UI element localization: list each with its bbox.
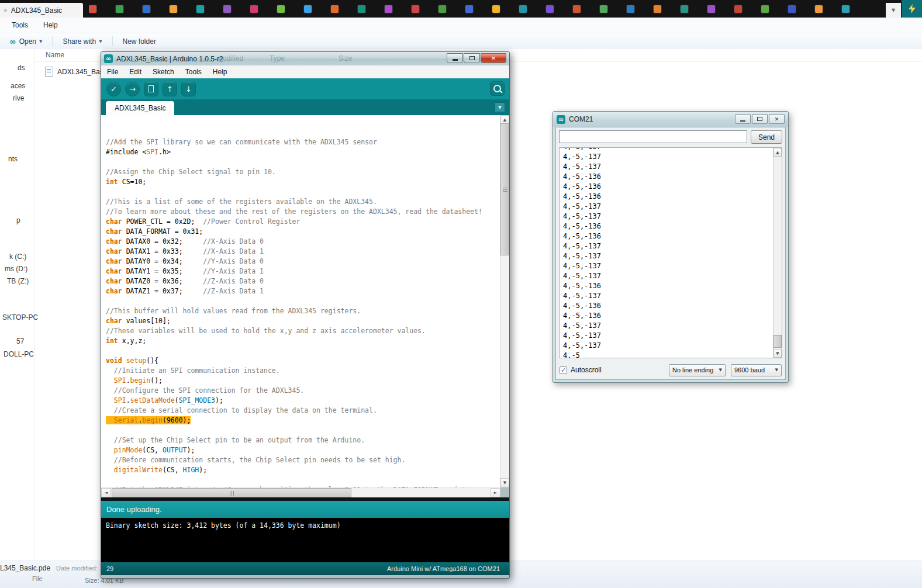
sidebar-item[interactable]: k (C:) — [9, 253, 26, 261]
bookmark-favicon[interactable] — [277, 5, 285, 13]
minimize-button[interactable] — [447, 53, 463, 63]
horizontal-scroll-thumb[interactable] — [112, 488, 351, 497]
minimize-button[interactable] — [735, 114, 751, 124]
new-folder-button[interactable]: New folder — [118, 35, 161, 48]
code-editor[interactable]: //Add the SPI library so we can communic… — [101, 115, 500, 487]
open-sketch-button[interactable]: ↑ — [163, 82, 177, 96]
baud-rate-select[interactable]: 9600 baud ▼ — [731, 364, 782, 376]
date-modified-label: Date modified: — [56, 565, 98, 572]
editor-vertical-scrollbar[interactable]: ▲ ▼ — [500, 115, 509, 487]
sidebar-item[interactable]: DOLL-PC — [4, 350, 34, 358]
bookmark-favicon[interactable] — [89, 5, 96, 13]
maximize-button[interactable] — [464, 53, 480, 63]
maximize-button[interactable] — [752, 114, 768, 124]
sidebar-item[interactable]: SKTOP-PC — [2, 313, 38, 321]
bookmark-favicon[interactable] — [116, 5, 123, 13]
serial-monitor-button[interactable] — [490, 81, 505, 96]
code-line: //Set up the Chip Select pin to be an ou… — [106, 435, 500, 445]
bookmark-favicon[interactable] — [519, 5, 527, 13]
file-list-item[interactable]: ADXL345_Basic — [45, 67, 108, 77]
arduino-titlebar[interactable]: ∞ ADXL345_Basic | Arduino 1.0.5-r2 modif… — [101, 52, 509, 65]
line-ending-select[interactable]: No line ending ▼ — [669, 364, 726, 376]
close-button[interactable]: ✕ — [769, 114, 785, 124]
flash-icon[interactable] — [902, 0, 922, 18]
sidebar-item[interactable]: nts — [8, 155, 18, 163]
chevron-down-icon: ▼ — [99, 39, 102, 44]
code-line: //To learn more about these and the rest… — [106, 207, 500, 217]
new-sketch-button[interactable] — [144, 82, 158, 96]
bookmark-favicon[interactable] — [331, 5, 339, 13]
bookmark-favicon[interactable] — [250, 5, 258, 13]
serial-scrollbar[interactable]: ▲ ▼ — [773, 148, 782, 358]
bookmark-favicon[interactable] — [842, 5, 850, 13]
code-line: char DATAX1 = 0x33; //X-Axis Data 1 — [106, 247, 500, 257]
scroll-down-arrow[interactable]: ▼ — [773, 349, 782, 358]
bookmark-favicon[interactable] — [707, 5, 715, 13]
sidebar-item[interactable]: TB (Z:) — [7, 277, 29, 285]
save-sketch-button[interactable]: ↓ — [181, 82, 196, 96]
bookmark-favicon[interactable] — [465, 5, 473, 13]
bookmark-favicon[interactable] — [196, 5, 204, 13]
sidebar-item[interactable]: aces — [11, 82, 25, 90]
scroll-down-arrow[interactable]: ▼ — [500, 478, 509, 487]
upload-button[interactable]: → — [125, 82, 140, 96]
scroll-right-arrow[interactable]: ► — [491, 488, 500, 497]
editor-horizontal-scrollbar[interactable]: ◄ ► — [101, 487, 500, 497]
serial-monitor-window: ∞ COM21 ✕ Send 4,-5,-1374,-5,-1374,-5,-1… — [552, 111, 789, 383]
code-line: //Initiate an SPI communication instance… — [106, 366, 500, 376]
vertical-scroll-thumb[interactable] — [500, 123, 509, 255]
bookmark-favicon[interactable] — [385, 5, 392, 13]
bookmark-favicon[interactable] — [627, 5, 634, 13]
tab-dropdown-button[interactable]: ▼ — [886, 3, 901, 18]
menu-help[interactable]: Help — [43, 21, 58, 29]
serial-scroll-thumb[interactable] — [773, 335, 782, 348]
menu-tools[interactable]: Tools — [185, 68, 202, 76]
sidebar-item[interactable]: p — [16, 216, 20, 224]
bookmark-favicon[interactable] — [654, 5, 661, 13]
bookmark-favicon[interactable] — [600, 5, 607, 13]
bookmark-favicon[interactable] — [358, 5, 365, 13]
send-button[interactable]: Send — [751, 130, 782, 144]
code-line: //This is a list of some of the register… — [106, 197, 500, 207]
sidebar-item[interactable]: ms (D:) — [5, 265, 27, 273]
bookmark-favicon[interactable] — [573, 5, 581, 13]
verify-button[interactable]: ✓ — [106, 82, 121, 96]
bookmark-favicon[interactable] — [438, 5, 446, 13]
bookmark-favicon[interactable] — [492, 5, 500, 13]
code-line: char POWER_CTL = 0x2D; //Power Control R… — [106, 217, 500, 227]
browser-tab[interactable]: » ADXL345_Basic — [0, 3, 83, 18]
open-button[interactable]: ∞ Open ▼ — [5, 35, 47, 48]
scroll-left-arrow[interactable]: ◄ — [101, 488, 111, 497]
bookmark-favicon[interactable] — [761, 5, 769, 13]
scroll-up-arrow[interactable]: ▲ — [773, 148, 782, 157]
sidebar-item[interactable]: ds — [18, 64, 25, 72]
menu-tools[interactable]: Tools — [12, 21, 28, 29]
bookmark-favicon[interactable] — [170, 5, 177, 13]
bookmark-favicon[interactable] — [815, 5, 823, 13]
menu-sketch[interactable]: Sketch — [153, 68, 174, 76]
menu-help[interactable]: Help — [213, 68, 227, 76]
bookmark-favicon[interactable] — [223, 5, 231, 13]
menu-file[interactable]: File — [107, 68, 118, 76]
sidebar-item[interactable]: rive — [13, 94, 24, 102]
window-controls: ✕ — [735, 114, 785, 124]
bookmark-favicon[interactable] — [143, 5, 150, 13]
bookmark-favicon[interactable] — [304, 5, 312, 13]
bookmark-favicon[interactable] — [788, 5, 796, 13]
menu-edit[interactable]: Edit — [129, 68, 141, 76]
autoscroll-checkbox[interactable]: ✓ — [560, 366, 567, 374]
column-header-name[interactable]: Name — [46, 51, 64, 59]
bookmark-favicon[interactable] — [734, 5, 742, 13]
serial-input[interactable] — [559, 130, 747, 143]
serial-output[interactable]: 4,-5,-1374,-5,-1374,-5,-1374,-5,-1364,-5… — [559, 147, 782, 358]
share-with-button[interactable]: Share with ▼ — [58, 35, 106, 48]
sketch-tab[interactable]: ADXL345_Basic — [106, 101, 174, 115]
serial-line: 4,-5,-137 — [563, 147, 601, 152]
bookmark-favicon[interactable] — [546, 5, 554, 13]
serial-titlebar[interactable]: ∞ COM21 ✕ — [553, 112, 788, 127]
close-button[interactable]: ✕ — [481, 53, 506, 63]
bookmark-favicon[interactable] — [412, 5, 419, 13]
tab-menu-button[interactable]: ▼ — [495, 102, 505, 112]
sidebar-item[interactable]: 57 — [16, 337, 24, 345]
bookmark-favicon[interactable] — [681, 5, 688, 13]
